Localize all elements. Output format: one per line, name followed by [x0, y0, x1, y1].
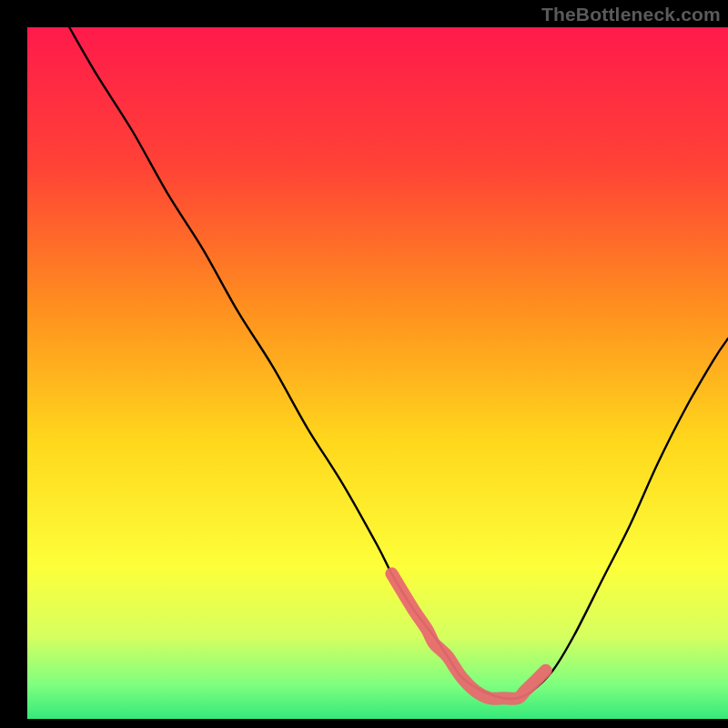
bottleneck-chart — [0, 0, 728, 728]
chart-container: TheBottleneck.com — [0, 0, 728, 728]
watermark-text: TheBottleneck.com — [541, 4, 721, 25]
